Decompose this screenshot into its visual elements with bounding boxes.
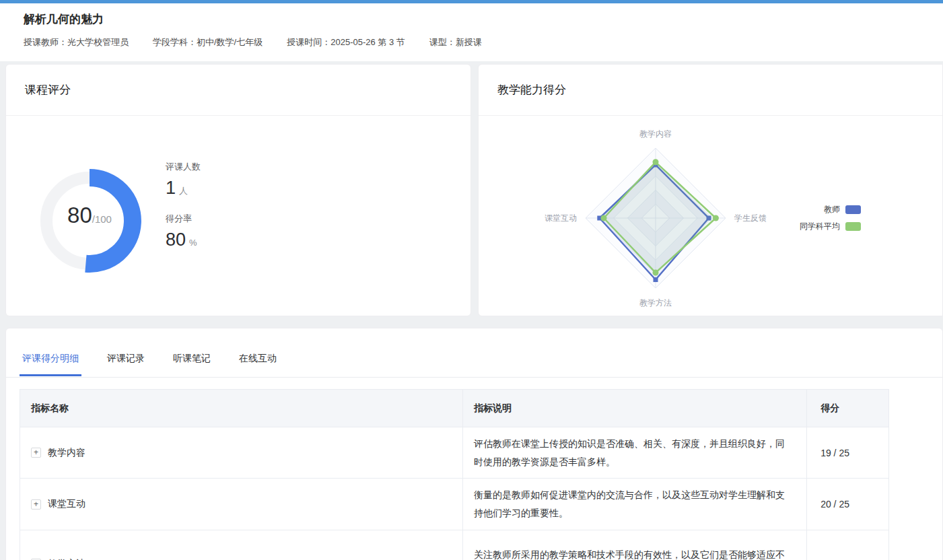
indicator-desc: 关注教师所采用的教学策略和技术手段的有效性，以及它们是否能够适应不同的学习风格和… — [474, 546, 790, 560]
table-row: +教学方法关注教师所采用的教学策略和技术手段的有效性，以及它们是否能够适应不同的… — [20, 530, 888, 560]
table-row: +教学内容评估教师在课堂上传授的知识是否准确、相关、有深度，并且组织良好，同时使… — [20, 427, 888, 478]
reviewer-count-label: 评课人数 — [166, 161, 201, 173]
score-donut-chart: 80/100 — [32, 164, 147, 278]
col-header-name: 指标名称 — [20, 390, 462, 427]
legend-item[interactable]: 教师 — [800, 201, 861, 218]
expand-icon[interactable]: + — [31, 448, 41, 458]
course-score-card: 课程评分 80/100 评课人数 1人 得分率 80% — [5, 64, 471, 316]
page-title: 解析几何的魅力 — [24, 11, 104, 28]
legend-item[interactable]: 同学科平均 — [800, 218, 861, 235]
score-stats: 评课人数 1人 得分率 80% — [166, 161, 201, 265]
meta-course-type: 课型：新授课 — [429, 36, 482, 48]
meta-time: 授课时间：2025-05-26 第 3 节 — [287, 36, 405, 48]
col-header-desc: 指标说明 — [462, 390, 806, 427]
indicator-table: 指标名称 指标说明 得分 +教学内容评估教师在课堂上传授的知识是否准确、相关、有… — [20, 389, 889, 560]
table-row: +课堂互动衡量的是教师如何促进课堂内的交流与合作，以及这些互动对学生理解和支持他… — [20, 478, 888, 530]
radar-axis-label: 学生反馈 — [734, 213, 767, 223]
score-card-title: 课程评分 — [6, 65, 470, 116]
course-meta: 授课教师：光大学校管理员 学段学科：初中/数学/七年级 授课时间：2025-05… — [24, 36, 482, 48]
legend-swatch — [845, 222, 861, 231]
detail-card: 评课得分明细评课记录听课笔记在线互动 指标名称 指标说明 得分 +教学内容评估教… — [5, 328, 943, 560]
indicator-name: 教学方法 — [48, 558, 85, 560]
radar-axis-label: 课堂互动 — [545, 213, 577, 223]
radar-legend: 教师同学科平均 — [800, 201, 861, 235]
indicator-score: 20 / 25 — [820, 499, 849, 510]
legend-label: 教师 — [824, 204, 840, 215]
score-value: 80 — [67, 203, 92, 228]
legend-swatch — [845, 205, 861, 214]
indicator-name: 课堂互动 — [48, 498, 85, 510]
meta-teacher: 授课教师：光大学校管理员 — [24, 36, 129, 48]
tab-divider — [6, 377, 942, 378]
tab-bar: 评课得分明细评课记录听课笔记在线互动 — [20, 353, 302, 376]
donut-center-label: 80/100 — [32, 164, 147, 278]
radar-axis-label: 教学方法 — [639, 298, 672, 308]
tab-在线互动[interactable]: 在线互动 — [236, 353, 279, 376]
indicator-desc: 评估教师在课堂上传授的知识是否准确、相关、有深度，并且组织良好，同时使用的教学资… — [474, 435, 790, 471]
col-header-score: 得分 — [806, 390, 888, 427]
indicator-score: 19 / 25 — [820, 448, 849, 458]
tab-评课得分明细[interactable]: 评课得分明细 — [20, 353, 81, 376]
tab-听课笔记[interactable]: 听课笔记 — [170, 353, 213, 376]
radar-chart: 教学内容学生反馈教学方法课堂互动 — [479, 116, 943, 317]
reviewer-count-value: 1 — [166, 178, 176, 198]
meta-subject: 学段学科：初中/数学/七年级 — [153, 36, 263, 48]
table-header-row: 指标名称 指标说明 得分 — [20, 390, 888, 427]
radar-axis-label: 教学内容 — [639, 129, 672, 139]
legend-label: 同学科平均 — [800, 221, 840, 232]
tab-评课记录[interactable]: 评课记录 — [104, 353, 147, 376]
indicator-name: 教学内容 — [48, 447, 85, 459]
score-max: /100 — [92, 213, 112, 225]
score-rate-label: 得分率 — [166, 213, 201, 225]
indicator-desc: 衡量的是教师如何促进课堂内的交流与合作，以及这些互动对学生理解和支持他们学习的重… — [474, 486, 790, 522]
page-header: 解析几何的魅力 授课教师：光大学校管理员 学段学科：初中/数学/七年级 授课时间… — [0, 3, 943, 61]
score-rate-value: 80 — [166, 230, 186, 250]
expand-icon[interactable]: + — [31, 499, 41, 510]
radar-card-title: 教学能力得分 — [479, 65, 942, 116]
teaching-ability-card: 教学能力得分 教学内容学生反馈教学方法课堂互动 教师同学科平均 — [478, 64, 943, 316]
